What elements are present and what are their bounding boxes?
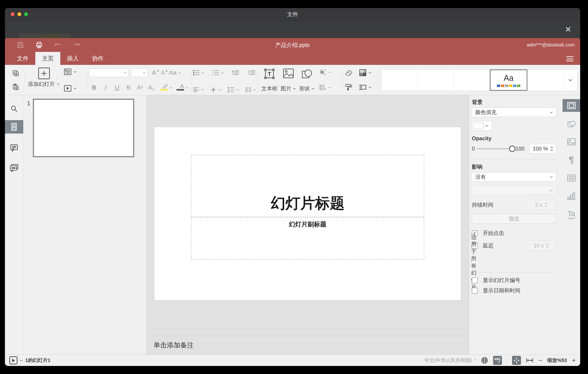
strikethrough-button[interactable]: S (123, 83, 134, 93)
show-date-checkbox[interactable] (472, 288, 478, 294)
italic-button[interactable]: I (100, 83, 111, 93)
theme-thumbnail[interactable] (382, 69, 418, 91)
slides-panel-icon[interactable] (5, 120, 23, 133)
tab-collaboration[interactable]: 协作 (85, 52, 110, 65)
chevron-down-icon (185, 87, 189, 89)
start-slideshow-button[interactable] (64, 85, 77, 92)
horizontal-align-button[interactable] (193, 87, 204, 92)
slide-canvas[interactable]: 幻灯片标题 幻灯片副标题 (146, 95, 469, 336)
zoom-in-button[interactable]: + (572, 357, 576, 364)
close-editor-button[interactable]: ✕ (563, 25, 573, 34)
document-language-icon[interactable] (481, 357, 488, 364)
document-title: 产品介绍.pptx (5, 38, 580, 52)
fill-color-picker[interactable] (472, 121, 492, 130)
zoom-out-button[interactable]: − (538, 357, 542, 364)
effect-select[interactable]: 没有 (472, 172, 556, 182)
text-art-settings-icon[interactable]: Ta (563, 208, 580, 220)
theme-thumbnail[interactable] (454, 69, 490, 91)
bold-button[interactable]: B (89, 83, 99, 93)
menu-icon[interactable] (566, 56, 574, 61)
save-icon[interactable] (17, 41, 24, 49)
text-box-button[interactable]: T 文本框 (261, 67, 277, 93)
superscript-button[interactable]: A² (135, 83, 145, 93)
spell-check-icon[interactable]: ABC ✓ (493, 356, 502, 365)
chart-settings-icon[interactable] (563, 190, 580, 202)
slide[interactable]: 幻灯片标题 幻灯片副标题 (154, 127, 461, 300)
paragraph-settings-icon[interactable]: ¶ (563, 154, 580, 166)
tab-file[interactable]: 文件 (10, 52, 35, 65)
eraser-icon[interactable] (345, 70, 353, 76)
insert-image-button[interactable]: 图片 (281, 67, 296, 93)
table-settings-icon[interactable] (563, 172, 580, 184)
opacity-spinner[interactable]: 100 % (529, 144, 556, 154)
vertical-align-button[interactable] (210, 87, 221, 93)
preview-button: 预览 (472, 214, 556, 224)
app-window: 文件 ✕ 产品介绍.pptx adm***@dootask.com 文件 (5, 8, 580, 366)
chevron-down-icon[interactable] (20, 360, 23, 362)
subscript-button[interactable]: A₂ (146, 83, 157, 93)
add-slide-button[interactable]: 添加幻灯片 (28, 67, 60, 93)
language-selector[interactable]: 中文(中华人民共和国) ^ (424, 357, 476, 364)
shape-icon (301, 68, 313, 79)
tab-insert[interactable]: 插入 (60, 52, 85, 65)
opacity-slider-handle[interactable] (509, 146, 515, 152)
opacity-slider-track[interactable] (477, 148, 510, 149)
paste-icon[interactable] (8, 82, 24, 92)
image-icon (283, 68, 294, 79)
main-area: 1 幻灯片标题 幻灯片副标题 单击添加备注 背景 颜色填 (5, 95, 580, 354)
decrease-font-icon[interactable]: A (160, 67, 169, 78)
numbered-list-button[interactable]: 123 (212, 70, 224, 76)
comments-icon[interactable] (5, 141, 23, 154)
font-name-select[interactable] (89, 68, 129, 77)
show-slide-number-checkbox[interactable] (472, 277, 478, 283)
slide-thumbnail-selected[interactable] (33, 99, 134, 157)
line-spacing-button[interactable] (227, 87, 239, 93)
duration-spinner: 2 s (526, 200, 556, 210)
macos-titlebar: 文件 (5, 8, 580, 21)
shape-settings-icon[interactable] (563, 117, 580, 130)
title-placeholder[interactable]: 幻灯片标题 (191, 155, 424, 217)
highlight-color-button[interactable] (158, 83, 168, 93)
theme-thumbnail[interactable] (418, 69, 453, 91)
theme-thumbnail-selected[interactable]: Aa (490, 69, 527, 91)
paint-roller-icon[interactable] (345, 84, 352, 91)
slide-size-button[interactable] (358, 84, 372, 91)
undo-icon[interactable] (54, 41, 62, 49)
start-slideshow-status-button[interactable] (9, 356, 17, 364)
search-icon[interactable] (5, 103, 23, 114)
insert-shape-button[interactable]: 形状 (299, 67, 315, 93)
fill-type-select[interactable]: 颜色填充 (472, 108, 556, 117)
fit-to-width-icon[interactable] (526, 358, 534, 363)
increase-font-icon[interactable]: A (151, 67, 160, 78)
redo-icon[interactable] (73, 41, 80, 49)
align-shape-button[interactable] (319, 84, 331, 91)
print-icon[interactable] (35, 41, 43, 49)
image-settings-icon[interactable] (563, 135, 580, 148)
copy-icon[interactable] (8, 68, 24, 78)
color-scheme-button[interactable] (359, 69, 372, 77)
show-slide-number-label: 显示幻灯片编号 (483, 277, 520, 284)
change-case-icon[interactable]: Aa (169, 67, 181, 78)
underline-button[interactable]: U (112, 83, 122, 93)
theme-gallery-expand-button[interactable] (563, 69, 577, 91)
font-color-button[interactable]: A (174, 83, 184, 93)
tab-home[interactable]: 主页 (35, 52, 60, 65)
slide-count-status: 1的幻灯片1 (25, 357, 50, 364)
panel-divider (472, 159, 556, 159)
slide-settings-icon[interactable] (563, 99, 580, 112)
theme-sample-text: Aa (504, 73, 513, 83)
bullet-list-button[interactable] (193, 70, 205, 76)
font-size-select[interactable] (131, 68, 148, 77)
theme-thumbnail[interactable] (527, 69, 563, 91)
columns-button[interactable] (245, 87, 256, 92)
apply-to-all-slides-button[interactable]: 适用于所有幻灯片 (472, 257, 476, 267)
fit-to-slide-icon[interactable] (512, 356, 521, 365)
notes-area[interactable]: 单击添加备注 (146, 336, 469, 354)
arrange-shape-button[interactable] (319, 69, 331, 76)
decrease-indent-icon[interactable] (231, 67, 240, 78)
subtitle-placeholder[interactable]: 幻灯片副标题 (191, 217, 424, 259)
increase-indent-icon[interactable] (247, 67, 256, 78)
theme-color-swatches (497, 85, 520, 87)
chat-icon[interactable] (5, 161, 23, 175)
slide-layout-button[interactable] (64, 68, 77, 75)
